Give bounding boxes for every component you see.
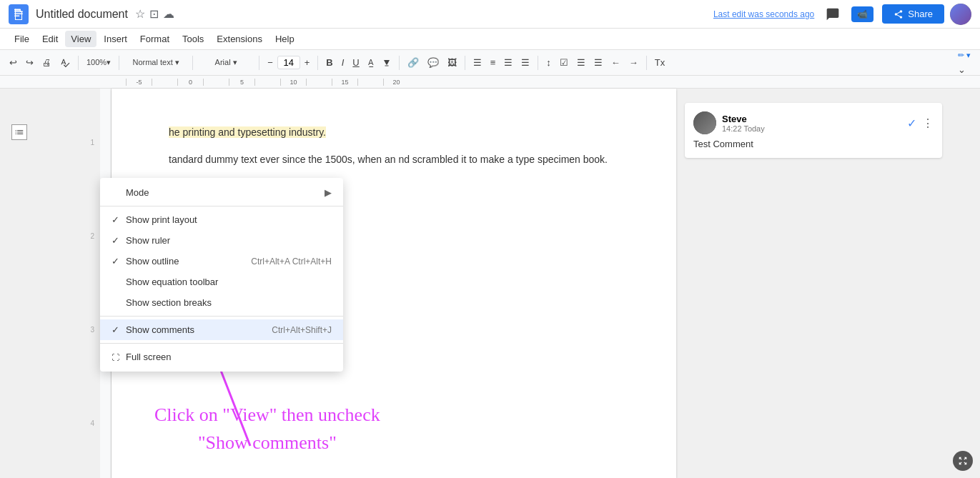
check-icon: ✓ xyxy=(112,214,126,225)
top-right-actions: 📹 Share xyxy=(823,4,971,25)
align-center-button[interactable]: ≡ xyxy=(487,55,500,70)
menu-item-mode[interactable]: Mode ▶ xyxy=(100,182,343,203)
menu-item-ruler[interactable]: ✓ Show ruler xyxy=(100,230,343,251)
indent-increase-button[interactable]: → xyxy=(625,55,642,70)
menu-item-fullscreen[interactable]: ⛶ Full screen xyxy=(100,347,343,367)
menu-tools[interactable]: Tools xyxy=(177,31,209,47)
view-dropdown-menu: Mode ▶ ✓ Show print layout ✓ Show ruler … xyxy=(100,178,343,372)
sep-8 xyxy=(538,56,538,70)
doc-title[interactable]: Untitled document xyxy=(36,8,128,21)
instruction-line1: Click on "View" then uncheck xyxy=(154,401,380,429)
last-edit[interactable]: Last edit was seconds ago xyxy=(713,9,814,19)
italic-button[interactable]: I xyxy=(338,55,348,70)
separator-3 xyxy=(100,343,343,344)
show-comments-label: Show comments xyxy=(126,324,272,335)
page-number-1: 1 xyxy=(90,139,94,146)
arrow-icon: ▶ xyxy=(325,187,332,198)
comments-button[interactable] xyxy=(823,4,843,24)
comment-panel: Steve 14:22 Today ✓ ⋮ Test Comment xyxy=(676,89,980,478)
share-button[interactable]: Share xyxy=(882,4,944,24)
check-icon: ✓ xyxy=(112,256,126,267)
comment-card: Steve 14:22 Today ✓ ⋮ Test Comment xyxy=(685,103,942,158)
ruler-mark xyxy=(203,79,229,86)
checklist-button[interactable]: ☑ xyxy=(556,55,572,70)
align-justify-button[interactable]: ☰ xyxy=(518,55,533,70)
body-text: tandard dummy text ever since the 1500s,… xyxy=(169,151,619,167)
menu-extensions[interactable]: Extensions xyxy=(211,31,268,47)
align-left-button[interactable]: ☰ xyxy=(470,55,485,70)
font-size-control: − + xyxy=(264,55,313,70)
menu-file[interactable]: File xyxy=(9,31,35,47)
print-layout-label: Show print layout xyxy=(126,214,332,225)
sep-4 xyxy=(259,56,259,70)
ruler-mark xyxy=(357,79,383,86)
move-icon[interactable]: ⊡ xyxy=(149,7,159,21)
cloud-icon[interactable]: ☁ xyxy=(163,7,174,21)
meet-button[interactable]: 📹 xyxy=(848,4,876,25)
expand-toolbar-button[interactable]: ⌄ xyxy=(954,62,969,77)
menu-item-section-breaks[interactable]: Show section breaks xyxy=(100,292,343,313)
page-number-2: 2 xyxy=(90,232,94,240)
spellcheck-button[interactable] xyxy=(56,56,74,70)
clear-format-button[interactable]: Tx xyxy=(651,55,668,70)
star-icon[interactable]: ☆ xyxy=(135,7,145,21)
show-comments-shortcut: Ctrl+Alt+Shift+J xyxy=(272,325,332,335)
comment-time: 14:22 Today xyxy=(722,124,901,133)
indent-decrease-button[interactable]: ← xyxy=(608,55,624,70)
fullscreen-label: Full screen xyxy=(126,352,332,362)
menu-item-outline[interactable]: ✓ Show outline Ctrl+Alt+A Ctrl+Alt+H xyxy=(100,251,343,272)
underline-button[interactable]: U xyxy=(349,55,362,70)
image-button[interactable]: 🖼 xyxy=(444,55,460,70)
font-color-button[interactable]: A̲ xyxy=(365,56,377,69)
font-family-button[interactable]: Arial ▾ xyxy=(197,56,254,69)
menu-view[interactable]: View xyxy=(65,31,96,47)
suggest-button[interactable]: ✏ ▾ xyxy=(954,49,974,62)
user-avatar[interactable] xyxy=(950,4,971,25)
ruler-label: Show ruler xyxy=(126,235,332,246)
highlighted-text: he printing and typesetting industry. xyxy=(169,126,326,138)
expand-button[interactable] xyxy=(953,451,973,471)
ruler-mark xyxy=(254,79,280,86)
outline-icon[interactable] xyxy=(11,124,27,140)
font-size-increase[interactable]: + xyxy=(301,55,314,70)
bullet-list-button[interactable]: ☰ xyxy=(573,55,589,70)
comment-avatar xyxy=(693,111,716,134)
ruler-mark: 10 xyxy=(280,79,306,86)
resolve-comment-button[interactable]: ✓ xyxy=(907,116,916,130)
ruler-mark xyxy=(152,79,177,86)
zoom-button[interactable]: 100%▾ xyxy=(83,56,114,69)
menu-item-equation[interactable]: Show equation toolbar xyxy=(100,272,343,292)
sep-5 xyxy=(317,56,318,70)
highlight-button[interactable] xyxy=(379,56,395,69)
print-button[interactable]: 🖨 xyxy=(39,55,55,70)
check-icon: ✓ xyxy=(112,324,126,335)
comment-toolbar-button[interactable]: 💬 xyxy=(424,55,442,70)
separator-2 xyxy=(100,316,343,317)
menu-help[interactable]: Help xyxy=(269,31,300,47)
bold-button[interactable]: B xyxy=(322,55,336,70)
sep-3 xyxy=(192,56,193,70)
numbered-list-button[interactable]: ☰ xyxy=(590,55,606,70)
comment-text: Test Comment xyxy=(693,139,934,149)
menu-edit[interactable]: Edit xyxy=(36,31,64,47)
comment-header: Steve 14:22 Today ✓ ⋮ xyxy=(693,111,934,134)
redo-button[interactable]: ↪ xyxy=(22,55,37,70)
undo-button[interactable]: ↩ xyxy=(6,55,21,70)
menu-item-print-layout[interactable]: ✓ Show print layout xyxy=(100,209,343,230)
font-size-input[interactable] xyxy=(277,56,300,69)
normal-text-button[interactable]: Normal text ▾ xyxy=(124,56,188,69)
comment-meta: Steve 14:22 Today xyxy=(722,114,901,133)
outline-shortcut: Ctrl+Alt+A Ctrl+Alt+H xyxy=(251,257,332,267)
menu-format[interactable]: Format xyxy=(134,31,175,47)
document-content: he printing and typesetting industry. ta… xyxy=(169,124,619,168)
more-options-button[interactable]: ⋮ xyxy=(922,116,934,130)
menu-insert[interactable]: Insert xyxy=(98,31,133,47)
link-button[interactable]: 🔗 xyxy=(404,55,422,70)
align-right-button[interactable]: ☰ xyxy=(500,55,516,70)
left-margin: 1 2 3 4 5 xyxy=(0,89,100,478)
font-size-decrease[interactable]: − xyxy=(264,55,277,70)
line-spacing-button[interactable]: ↕ xyxy=(543,55,555,70)
sep-7 xyxy=(465,56,465,70)
menu-bar: File Edit View Insert Format Tools Exten… xyxy=(0,29,980,50)
menu-item-show-comments[interactable]: ✓ Show comments Ctrl+Alt+Shift+J xyxy=(100,319,343,340)
